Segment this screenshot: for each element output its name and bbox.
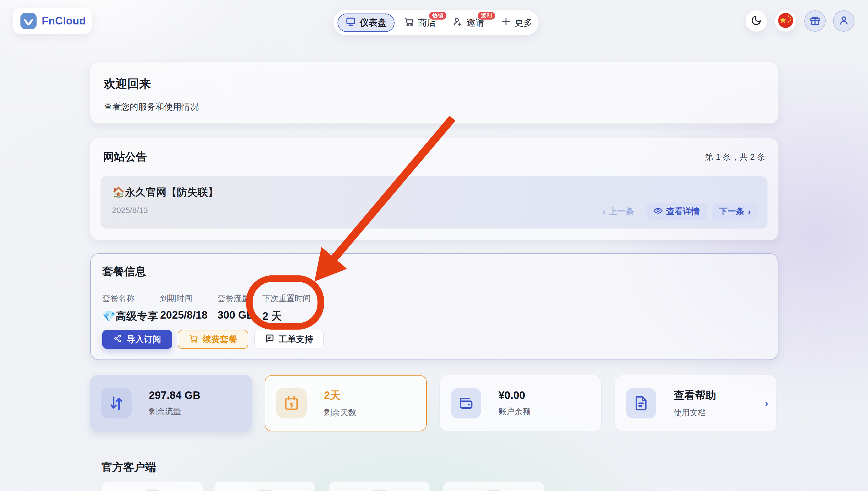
- stat-value: 查看帮助: [674, 388, 716, 403]
- chevron-left-icon: ‹: [603, 207, 606, 216]
- store-hot-badge: 热销: [428, 11, 447, 21]
- prev-label: 上一条: [609, 206, 634, 217]
- announcement-detail-button[interactable]: 查看详情: [646, 203, 707, 220]
- welcome-title: 欢迎回来: [104, 76, 765, 92]
- fncloud-logo-icon: [20, 13, 37, 29]
- nav-label-dashboard: 仪表盘: [360, 17, 387, 29]
- stat-value: ¥0.00: [499, 389, 531, 402]
- wallet-icon: [451, 388, 481, 418]
- plan-field-name: 套餐名称 💎高级专享: [102, 293, 158, 323]
- rewards-button[interactable]: [804, 10, 826, 32]
- welcome-card: 欢迎回来 查看您的服务和使用情况: [90, 62, 779, 123]
- announcement-pager: 第 1 条，共 2 条: [705, 151, 766, 163]
- stat-value: 297.84 GB: [149, 389, 200, 402]
- monitor-icon: [345, 17, 356, 29]
- plan-field-label: 到期时间: [160, 293, 208, 304]
- client-card[interactable]: [214, 481, 316, 491]
- welcome-subtitle: 查看您的服务和使用情况: [104, 101, 765, 113]
- gift-icon: [810, 15, 820, 27]
- announcement-item-title: 🏠永久官网【防失联】: [112, 185, 756, 199]
- stat-label: 剩余流量: [149, 406, 200, 417]
- plan-field-value: 300 GB: [218, 309, 254, 321]
- plus-icon: [501, 17, 511, 29]
- nav-item-store[interactable]: 商店 热销: [396, 13, 443, 32]
- theme-toggle-button[interactable]: [746, 10, 767, 32]
- brand-name: FnCloud: [42, 15, 86, 27]
- document-icon: [626, 388, 656, 418]
- stat-card-view-help[interactable]: 查看帮助 使用文档 ›: [615, 375, 777, 431]
- plan-field-value: 2 天: [262, 309, 311, 323]
- clients-section-title: 官方客户端: [101, 460, 156, 474]
- plan-card: 套餐信息 套餐名称 💎高级专享 到期时间 2025/8/18 套餐流量 300 …: [90, 253, 779, 360]
- renew-plan-button[interactable]: 续费套餐: [178, 330, 248, 349]
- announcement-title: 网站公告: [103, 150, 147, 164]
- ticket-support-button[interactable]: 工单支持: [254, 330, 324, 349]
- user-plus-icon: [452, 17, 463, 29]
- chevron-right-icon: ›: [765, 397, 768, 410]
- plan-field-traffic: 套餐流量 300 GB: [218, 293, 254, 321]
- stat-card-remaining-traffic[interactable]: 297.84 GB 剩余流量: [90, 375, 252, 431]
- stat-label: 账户余额: [499, 406, 531, 417]
- brand-logo[interactable]: FnCloud: [13, 8, 91, 34]
- client-card[interactable]: [102, 481, 203, 491]
- nav-item-more[interactable]: 更多: [494, 13, 540, 32]
- plan-field-label: 套餐名称: [102, 293, 158, 304]
- plan-title: 套餐信息: [102, 264, 766, 279]
- stat-card-remaining-days[interactable]: 2天 剩余天数: [265, 375, 427, 431]
- stat-label: 剩余天数: [324, 407, 356, 418]
- invite-rebate-badge: 返利: [477, 11, 496, 21]
- cart-icon: [189, 334, 198, 345]
- announcement-card: 网站公告 第 1 条，共 2 条 🏠永久官网【防失联】 2025/8/13 ‹ …: [90, 139, 779, 240]
- plan-field-label: 套餐流量: [218, 293, 254, 304]
- client-card[interactable]: [329, 481, 430, 491]
- calendar-icon: [276, 388, 307, 418]
- user-icon: [838, 15, 849, 27]
- main-nav: 仪表盘 商店 热销 邀请 返利 更多: [334, 10, 538, 35]
- eye-icon: [653, 206, 663, 217]
- nav-label-more: 更多: [515, 17, 532, 29]
- detail-label: 查看详情: [666, 206, 700, 217]
- plan-field-next-reset: 下次重置时间 2 天: [262, 293, 311, 323]
- moon-icon: [751, 15, 762, 27]
- language-button[interactable]: [775, 10, 796, 32]
- stat-label: 使用文档: [674, 407, 716, 418]
- stat-card-account-balance[interactable]: ¥0.00 账户余额: [440, 375, 601, 431]
- chat-icon: [265, 334, 274, 345]
- nav-item-invite[interactable]: 邀请 返利: [445, 13, 492, 32]
- cart-icon: [404, 17, 414, 29]
- next-label: 下一条: [719, 206, 744, 217]
- plan-field-label: 下次重置时间: [262, 293, 311, 304]
- stat-value: 2天: [324, 388, 356, 403]
- ticket-label: 工单支持: [279, 334, 313, 345]
- announcement-item: 🏠永久官网【防失联】 2025/8/13 ‹ 上一条 查看详情 下一条 ›: [101, 176, 767, 229]
- announcement-prev-button[interactable]: ‹ 上一条: [595, 203, 642, 220]
- share-icon: [113, 334, 122, 345]
- client-card[interactable]: [443, 481, 544, 491]
- announcement-next-button[interactable]: 下一条 ›: [711, 203, 758, 220]
- chevron-right-icon: ›: [748, 207, 751, 216]
- account-button[interactable]: [833, 10, 855, 32]
- plan-field-expiry: 到期时间 2025/8/18: [160, 293, 208, 321]
- renew-label: 续费套餐: [203, 334, 237, 345]
- import-subscription-button[interactable]: 导入订阅: [102, 330, 172, 349]
- china-flag-icon: [778, 12, 794, 30]
- plan-field-value: 💎高级专享: [102, 309, 158, 323]
- import-label: 导入订阅: [127, 334, 161, 345]
- nav-item-dashboard[interactable]: 仪表盘: [338, 13, 395, 32]
- traffic-arrows-icon: [101, 388, 132, 418]
- plan-field-value: 2025/8/18: [160, 309, 208, 321]
